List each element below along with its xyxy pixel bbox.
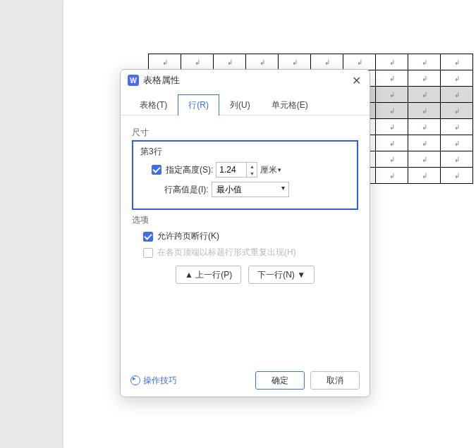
tab-column[interactable]: 列(U)	[219, 94, 261, 116]
tab-table[interactable]: 表格(T)	[129, 94, 178, 116]
tab-strip: 表格(T) 行(R) 列(U) 单元格(E)	[121, 94, 370, 116]
close-icon[interactable]: ✕	[350, 74, 362, 87]
table-cell: ↲	[408, 87, 441, 103]
height-input[interactable]	[216, 165, 246, 175]
table-cell: ↲	[408, 119, 441, 135]
dialog-title: 表格属性	[143, 74, 180, 87]
table-cell: ↲	[441, 87, 473, 103]
row-height-rule-label: 行高值是(I):	[164, 184, 209, 196]
previous-row-button[interactable]: ▲ 上一行(P)	[176, 266, 241, 284]
next-row-button[interactable]: 下一行(N) ▼	[248, 266, 315, 284]
table-cell: ↲	[376, 135, 408, 151]
table-cell: ↲	[376, 70, 408, 87]
dialog-titlebar: W 表格属性 ✕	[121, 70, 370, 91]
table-cell: ↲	[376, 54, 408, 70]
table-cell: ↲	[246, 54, 279, 70]
table-cell: ↲	[376, 119, 408, 135]
table-properties-dialog: W 表格属性 ✕ 表格(T) 行(R) 列(U) 单元格(E) 尺寸 第3行 指…	[120, 69, 370, 397]
tab-cell[interactable]: 单元格(E)	[261, 94, 319, 116]
tab-row[interactable]: 行(R)	[178, 94, 219, 116]
tips-link[interactable]: 操作技巧	[130, 375, 177, 387]
tips-icon	[130, 375, 140, 385]
table-cell: ↲	[149, 54, 181, 70]
table-cell: ↲	[343, 54, 376, 70]
allow-break-label: 允许跨页断行(K)	[157, 230, 219, 242]
table-cell: ↲	[408, 151, 441, 168]
size-group-label: 尺寸	[132, 127, 358, 139]
size-highlight-box: 第3行 指定高度(S): ▲ ▼ 厘米 行高值是(I): 最小值	[132, 140, 358, 210]
dialog-footer: 操作技巧 确定 取消	[121, 364, 370, 397]
table-cell: ↲	[408, 103, 441, 119]
table-cell: ↲	[441, 119, 473, 135]
cancel-button[interactable]: 取消	[310, 371, 360, 390]
table-cell: ↲	[311, 54, 343, 70]
table-cell: ↲	[279, 54, 311, 70]
specify-height-label: 指定高度(S):	[166, 164, 213, 176]
repeat-header-label: 在各页顶端以标题行形式重复出现(H)	[157, 247, 296, 259]
dialog-body: 尺寸 第3行 指定高度(S): ▲ ▼ 厘米 行高值是(I):	[121, 116, 370, 291]
row-height-rule-select[interactable]: 最小值	[212, 182, 289, 197]
current-row-label: 第3行	[140, 146, 350, 158]
unit-dropdown[interactable]: 厘米	[260, 164, 281, 176]
table-cell: ↲	[408, 168, 441, 184]
table-cell: ↲	[441, 103, 473, 119]
table-cell: ↲	[441, 151, 473, 168]
spinner-down-icon[interactable]: ▼	[247, 170, 257, 177]
allow-break-checkbox[interactable]	[143, 232, 153, 242]
app-icon: W	[128, 75, 139, 86]
table-cell: ↲	[441, 135, 473, 151]
ok-button[interactable]: 确定	[255, 371, 305, 390]
table-cell: ↲	[376, 103, 408, 119]
table-cell: ↲	[408, 70, 441, 87]
spinner-up-icon[interactable]: ▲	[247, 163, 257, 170]
table-cell: ↲	[441, 168, 473, 184]
table-cell: ↲	[376, 87, 408, 103]
specify-height-checkbox[interactable]	[152, 165, 161, 175]
tips-label: 操作技巧	[143, 375, 177, 387]
table-cell: ↲	[376, 151, 408, 168]
options-group-label: 选项	[132, 214, 358, 226]
table-cell: ↲	[376, 168, 408, 184]
repeat-header-checkbox	[143, 248, 153, 258]
table-cell: ↲	[408, 54, 441, 70]
table-cell: ↲	[441, 70, 473, 87]
table-cell: ↲	[408, 135, 441, 151]
table-cell: ↲	[181, 54, 214, 70]
table-cell: ↲	[441, 54, 473, 70]
table-cell: ↲	[214, 54, 246, 70]
height-spinner[interactable]: ▲ ▼	[216, 162, 257, 178]
